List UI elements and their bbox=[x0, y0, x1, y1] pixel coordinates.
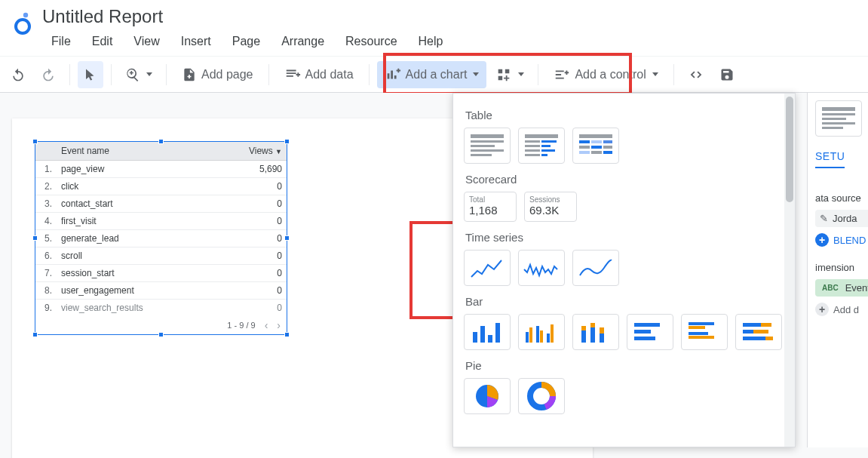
svg-rect-14 bbox=[525, 154, 540, 156]
menu-file[interactable]: File bbox=[42, 32, 80, 51]
add-chart-button[interactable]: Add a chart bbox=[377, 61, 487, 88]
resize-handle[interactable] bbox=[284, 235, 290, 241]
table-row[interactable]: 5.generate_lead0 bbox=[35, 230, 287, 247]
undo-button[interactable] bbox=[5, 61, 32, 88]
dimension-chip[interactable]: ABC Event bbox=[815, 279, 868, 297]
table-row[interactable]: 3.contact_start0 bbox=[35, 195, 287, 213]
add-control-label: Add a control bbox=[575, 68, 646, 81]
table-chart[interactable]: Event name Views ▼ 1.page_view5,6902.cli… bbox=[35, 141, 287, 335]
svg-rect-57 bbox=[822, 107, 855, 111]
resize-handle[interactable] bbox=[284, 332, 290, 337]
menu-insert[interactable]: Insert bbox=[172, 32, 220, 51]
svg-rect-5 bbox=[471, 149, 504, 152]
menu-page[interactable]: Page bbox=[223, 32, 269, 51]
prev-page-button[interactable]: ‹ bbox=[265, 319, 268, 331]
add-data-button[interactable]: Add data bbox=[277, 61, 361, 88]
chart-type-table-bars[interactable] bbox=[518, 128, 565, 164]
svg-point-0 bbox=[16, 20, 29, 33]
svg-rect-19 bbox=[603, 140, 612, 143]
chart-type-smoothed-line[interactable] bbox=[572, 250, 619, 286]
menu-resource[interactable]: Resource bbox=[336, 32, 406, 51]
svg-rect-39 bbox=[590, 323, 595, 327]
resize-handle[interactable] bbox=[32, 235, 38, 241]
chart-type-column-grouped[interactable] bbox=[518, 314, 565, 350]
table-header-index bbox=[35, 142, 57, 161]
pagination-info: 1 - 9 / 9 bbox=[227, 321, 255, 330]
table-row[interactable]: 7.session_start0 bbox=[35, 265, 287, 282]
menu-view[interactable]: View bbox=[124, 32, 168, 51]
doc-title[interactable]: Untitled Report bbox=[38, 5, 860, 29]
table-row[interactable]: 8.user_engagement0 bbox=[35, 282, 287, 300]
svg-rect-58 bbox=[822, 113, 855, 115]
select-tool[interactable] bbox=[78, 61, 103, 88]
table-row[interactable]: 9.view_search_results0 bbox=[35, 300, 287, 317]
category-scorecard: Scorecard bbox=[465, 173, 795, 186]
next-page-button[interactable]: › bbox=[277, 319, 281, 331]
chart-type-bar-grouped[interactable] bbox=[681, 314, 728, 350]
popup-scrollbar[interactable] bbox=[784, 94, 795, 447]
resize-handle[interactable] bbox=[158, 139, 164, 144]
table-row[interactable]: 4.first_visit0 bbox=[35, 213, 287, 230]
chevron-down-icon bbox=[473, 72, 479, 76]
chart-type-table[interactable] bbox=[464, 128, 511, 164]
chart-type-scorecard-compact[interactable]: Sessions 69.3K bbox=[524, 192, 577, 222]
selected-chart-thumb[interactable] bbox=[815, 100, 862, 137]
category-timeseries: Time series bbox=[465, 231, 795, 244]
embed-button[interactable] bbox=[682, 61, 710, 88]
table-row[interactable]: 6.scroll0 bbox=[35, 247, 287, 265]
sort-desc-icon: ▼ bbox=[275, 148, 282, 155]
chart-type-timeseries[interactable] bbox=[464, 250, 511, 286]
chart-type-bar-horizontal[interactable] bbox=[627, 314, 673, 350]
svg-rect-34 bbox=[547, 334, 550, 343]
chart-type-sparkline[interactable] bbox=[518, 250, 565, 286]
add-control-button[interactable]: Add a control bbox=[546, 61, 665, 88]
add-page-button[interactable]: Add page bbox=[174, 61, 261, 88]
save-icon[interactable] bbox=[713, 61, 741, 88]
chart-type-bar-stacked[interactable] bbox=[735, 314, 782, 350]
section-dimension: imension bbox=[815, 262, 868, 273]
add-chart-dropdown: Table Scorecard Total 1,168 Sessions 69.… bbox=[452, 93, 796, 447]
resize-handle[interactable] bbox=[284, 139, 290, 144]
svg-rect-46 bbox=[689, 326, 705, 329]
category-pie: Pie bbox=[465, 359, 795, 372]
app-logo bbox=[8, 5, 38, 35]
menu-arrange[interactable]: Arrange bbox=[272, 32, 333, 51]
svg-rect-15 bbox=[541, 154, 547, 156]
svg-rect-25 bbox=[603, 151, 612, 154]
resize-handle[interactable] bbox=[32, 139, 38, 144]
resize-handle[interactable] bbox=[32, 332, 38, 337]
chart-type-table-heatmap[interactable] bbox=[572, 128, 619, 164]
category-bar: Bar bbox=[465, 295, 795, 308]
chart-type-column[interactable] bbox=[464, 314, 511, 350]
resize-handle[interactable] bbox=[158, 332, 164, 337]
chart-type-pie[interactable] bbox=[464, 378, 511, 414]
community-viz-button[interactable] bbox=[489, 61, 530, 88]
table-header-views[interactable]: Views ▼ bbox=[213, 142, 287, 161]
svg-rect-32 bbox=[536, 326, 539, 343]
svg-rect-23 bbox=[579, 151, 590, 154]
canvas[interactable]: Event name Views ▼ 1.page_view5,6902.cli… bbox=[0, 93, 868, 458]
redo-button[interactable] bbox=[35, 61, 62, 88]
tab-setup[interactable]: SETU bbox=[815, 150, 845, 168]
menu-edit[interactable]: Edit bbox=[83, 32, 122, 51]
chart-type-column-stacked[interactable] bbox=[572, 314, 619, 350]
menu-help[interactable]: Help bbox=[409, 32, 452, 51]
table-row[interactable]: 2.click0 bbox=[35, 178, 287, 195]
svg-rect-9 bbox=[541, 140, 557, 143]
pencil-icon: ✎ bbox=[820, 213, 828, 224]
svg-rect-29 bbox=[495, 323, 500, 343]
svg-rect-41 bbox=[600, 327, 604, 334]
svg-rect-60 bbox=[822, 122, 855, 124]
svg-rect-43 bbox=[634, 330, 651, 334]
chart-type-scorecard[interactable]: Total 1,168 bbox=[464, 192, 517, 222]
add-dimension-button[interactable]: + Add d bbox=[815, 303, 868, 316]
svg-rect-51 bbox=[743, 330, 753, 334]
table-row[interactable]: 1.page_view5,690 bbox=[35, 161, 287, 178]
data-source-chip[interactable]: ✎ Jorda bbox=[815, 210, 868, 227]
blend-data-button[interactable]: + BLEND bbox=[815, 233, 868, 247]
svg-rect-3 bbox=[471, 140, 504, 143]
category-table: Table bbox=[465, 109, 795, 121]
chart-type-donut[interactable] bbox=[518, 378, 565, 414]
table-header-name[interactable]: Event name bbox=[57, 142, 213, 161]
zoom-tool[interactable] bbox=[119, 61, 158, 88]
